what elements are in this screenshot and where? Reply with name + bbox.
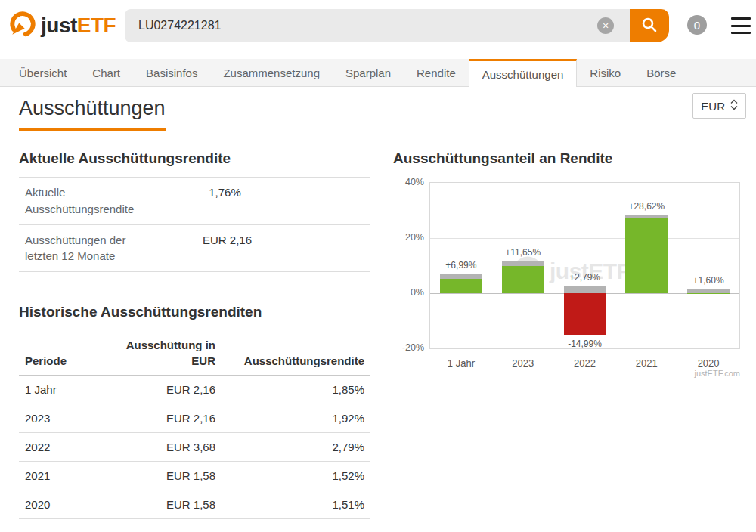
value-cell: 1,85% [222, 376, 370, 404]
page-title: Ausschüttungen [19, 97, 166, 131]
current-yield-table: Aktuelle Ausschüttungsrendite1,76%Aussch… [19, 177, 370, 272]
value-cell: EUR 3,68 [108, 433, 222, 462]
search-bar: ✕ [125, 9, 669, 42]
value-cell: 1,92% [222, 404, 370, 433]
value-cell: 1,52% [222, 462, 370, 490]
history-col-header: Ausschüttungsrendite [222, 331, 370, 376]
metric-row: Ausschüttungen der letzten 12 MonateEUR … [19, 224, 370, 273]
y-axis-label: 20% [394, 232, 424, 243]
tab-sparplan[interactable]: Sparplan [333, 59, 404, 86]
tab-risiko[interactable]: Risiko [577, 59, 634, 86]
chevron-updown-icon [730, 99, 738, 113]
distribution-chart: 40%20%0%-20%justETF+6,99%1 Jahr+11,65%20… [393, 182, 740, 378]
value-cell: EUR 2,16 [108, 376, 222, 404]
table-row: 2022EUR 3,682,79% [19, 433, 370, 462]
content: Aktuelle Ausschüttungsrendite Aktuelle A… [0, 150, 756, 519]
gridline [430, 238, 739, 239]
search-input[interactable] [125, 9, 631, 42]
history-table: PeriodeAusschüttung in EURAusschüttungsr… [19, 331, 370, 519]
period-cell: 2020 [19, 490, 108, 519]
bar-negative-label: -14,99% [555, 339, 615, 349]
metric-label: Aktuelle Ausschüttungsrendite [25, 184, 209, 218]
y-axis-label: 40% [394, 177, 424, 187]
bar-total-label: +11,65% [493, 247, 553, 258]
current-yield-heading: Aktuelle Ausschüttungsrendite [19, 150, 370, 167]
bar-2021-ausschüttungsrendite[interactable] [625, 215, 668, 219]
bar-2020-ausschüttungsrendite[interactable] [687, 289, 730, 293]
value-cell: 2,79% [222, 433, 370, 462]
metric-row: Aktuelle Ausschüttungsrendite1,76% [19, 177, 370, 224]
nav-tabs: ÜbersichtChartBasisinfosZusammensetzungS… [0, 59, 756, 87]
x-axis-label: 1 Jahr [430, 357, 492, 369]
table-row: 2021EUR 1,581,52% [19, 462, 370, 490]
tab-chart[interactable]: Chart [79, 59, 133, 86]
metric-value: 1,76% [209, 184, 241, 201]
period-cell: 2023 [19, 404, 108, 433]
bar-2023-kursrendite[interactable] [502, 266, 544, 293]
search-icon [641, 17, 658, 36]
search-button[interactable] [630, 9, 669, 42]
logo-text: justETF [41, 14, 116, 38]
table-row: 2023EUR 2,161,92% [19, 404, 370, 433]
justetf-logo[interactable]: justETF [9, 11, 116, 41]
y-axis-label: 0% [394, 287, 424, 298]
x-axis-label: 2021 [615, 357, 677, 369]
metric-label: Ausschüttungen der letzten 12 Monate [25, 232, 203, 265]
bar-2023-ausschüttungsrendite[interactable] [502, 261, 544, 266]
bar-2021-kursrendite[interactable] [625, 218, 668, 293]
tab-börse[interactable]: Börse [634, 59, 689, 86]
menu-icon[interactable] [731, 17, 751, 34]
left-column: Aktuelle Ausschüttungsrendite Aktuelle A… [19, 150, 370, 519]
value-cell: 1,51% [222, 490, 370, 519]
bar-total-label: +28,62% [616, 201, 677, 212]
tab-ausschüttungen[interactable]: Ausschüttungen [469, 59, 578, 87]
currency-select-value: EUR [701, 100, 725, 113]
history-col-header: Ausschüttung in EUR [108, 331, 222, 376]
watchlist-count-badge[interactable]: 0 [687, 15, 707, 35]
value-cell: EUR 1,58 [108, 490, 222, 519]
table-row: 2020EUR 1,581,51% [19, 490, 370, 519]
bar-total-label: +2,79% [555, 272, 615, 283]
bar-1-jahr-kursrendite[interactable] [440, 279, 482, 293]
period-cell: 2021 [19, 462, 108, 490]
gauge-arrow-icon [9, 11, 36, 41]
chart-title: Ausschüttungsanteil an Rendite [393, 150, 740, 167]
bar-total-label: +6,99% [431, 260, 491, 271]
metric-value: EUR 2,16 [203, 232, 252, 249]
clear-search-icon[interactable]: ✕ [597, 17, 614, 34]
chart-plot: 40%20%0%-20%justETF+6,99%1 Jahr+11,65%20… [429, 182, 740, 349]
y-axis-label: -20% [394, 342, 424, 353]
header: justETF ✕ 0 [0, 0, 756, 59]
right-column: Ausschüttungsanteil an Rendite 40%20%0%-… [393, 150, 740, 519]
history-heading: Historische Ausschüttungsrenditen [19, 304, 370, 320]
bar-2022-ausschüttungsrendite[interactable] [564, 286, 606, 293]
period-cell: 1 Jahr [19, 376, 108, 404]
chart-attribution: justETF.com [393, 369, 740, 378]
bar-2022-kursrendite[interactable] [564, 293, 606, 335]
title-row: Ausschüttungen EUR [0, 87, 756, 131]
history-col-header: Periode [19, 331, 108, 376]
x-axis-label: 2022 [554, 357, 616, 369]
x-axis-label: 2023 [492, 357, 554, 369]
history-table-body: 1 JahrEUR 2,161,85%2023EUR 2,161,92%2022… [19, 376, 370, 519]
chart-canvas: 40%20%0%-20%justETF+6,99%1 Jahr+11,65%20… [429, 182, 740, 349]
tab-übersicht[interactable]: Übersicht [6, 59, 79, 86]
table-row: 1 JahrEUR 2,161,85% [19, 376, 370, 404]
value-cell: EUR 1,58 [108, 462, 222, 490]
x-axis-label: 2020 [677, 357, 739, 369]
history-table-head: PeriodeAusschüttung in EURAusschüttungsr… [19, 331, 370, 376]
tab-basisinfos[interactable]: Basisinfos [133, 59, 210, 86]
bar-total-label: +1,60% [678, 275, 739, 286]
value-cell: EUR 2,16 [108, 404, 222, 433]
tab-zusammensetzung[interactable]: Zusammensetzung [210, 59, 333, 86]
currency-select[interactable]: EUR [692, 93, 746, 119]
bar-1-jahr-ausschüttungsrendite[interactable] [440, 274, 482, 279]
tab-rendite[interactable]: Rendite [404, 59, 469, 86]
history-section: Historische Ausschüttungsrenditen Period… [19, 304, 370, 519]
period-cell: 2022 [19, 433, 108, 462]
